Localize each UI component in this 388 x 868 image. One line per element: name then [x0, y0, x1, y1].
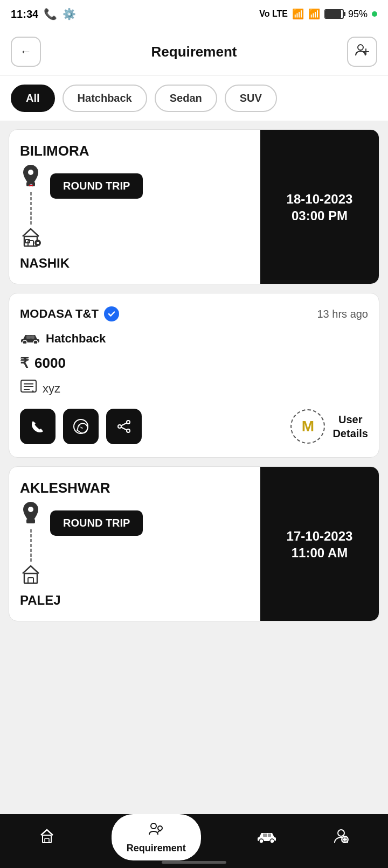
trip-card-2-date-panel: 17-10-2023 11:00 AM [260, 467, 379, 621]
trip-card-2-info: AKLESHWAR [9, 467, 260, 621]
dashed-line-2 [30, 529, 32, 562]
back-arrow-icon: ← [20, 45, 32, 59]
status-time: 11:34 [11, 8, 38, 20]
filter-tab-all[interactable]: All [11, 85, 55, 112]
svg-rect-10 [37, 242, 39, 244]
trip-card-2-labels: ROUND TRIP [50, 501, 143, 543]
nav-item-home[interactable] [39, 828, 55, 848]
svg-line-24 [121, 423, 127, 426]
filter-tab-suv[interactable]: SUV [225, 85, 277, 112]
user-avatar-label: M [302, 418, 314, 435]
filter-tab-sedan[interactable]: Sedan [155, 85, 217, 112]
trip-card-2-from: AKLESHWAR [20, 480, 250, 496]
filter-tab-hatchback[interactable]: Hatchback [63, 85, 147, 112]
svg-point-33 [158, 826, 162, 830]
nav-item-profile[interactable] [333, 828, 349, 848]
svg-rect-38 [268, 834, 271, 837]
phone-icon: 📞 [44, 8, 57, 20]
trip-card-1-from: BILIMORA [20, 143, 250, 159]
rides-nav-icon [257, 829, 276, 846]
svg-point-20 [74, 419, 88, 433]
signal-icon2: 📶 [308, 8, 320, 20]
nav-item-rides[interactable] [257, 829, 276, 846]
add-user-button[interactable] [347, 37, 377, 67]
vo-lte-icon: Vo LTE [259, 9, 288, 19]
back-button[interactable]: ← [11, 37, 41, 67]
pin-icon-2 [21, 501, 40, 527]
svg-point-35 [259, 839, 264, 843]
trip-card-1-time: 03:00 PM [292, 208, 348, 223]
requirement-nav-icon [148, 821, 164, 841]
svg-rect-37 [263, 834, 267, 837]
price-value: 6000 [34, 355, 66, 372]
header: ← Requirement [0, 28, 388, 76]
verified-badge [104, 306, 119, 321]
home-indicator [162, 861, 226, 864]
requirement-nav-label: Requirement [127, 843, 186, 854]
svg-rect-30 [43, 835, 51, 843]
add-user-icon [355, 43, 370, 61]
home-nav-icon [39, 828, 55, 848]
trip-card-2-location-line [20, 501, 41, 589]
svg-point-0 [358, 45, 363, 50]
trip-card-2-date: 17-10-2023 [287, 527, 353, 545]
offer-card: MODASA T&T 13 hrs ago Hatchback [9, 293, 379, 458]
trip-card-1-labels: ROUND TRIP [50, 164, 143, 206]
car-type-label: Hatchback [46, 332, 106, 346]
trip-card-2-badge: ROUND TRIP [50, 510, 143, 536]
page-title: Requirement [151, 44, 237, 60]
offer-header: MODASA T&T 13 hrs ago [20, 306, 368, 321]
battery-percent: 95% [348, 9, 368, 20]
trip-card-1-info: BILIMORA 🚗 [9, 130, 260, 284]
status-right: Vo LTE 📶 📶 95% [259, 8, 377, 20]
trip-card-2-to: PALEJ [20, 593, 250, 608]
settings-icon: ⚙️ [63, 8, 76, 20]
offer-price: ₹ 6000 [20, 355, 368, 372]
svg-rect-15 [31, 335, 34, 339]
offer-note: xyz [20, 379, 368, 398]
house-icon-2 [20, 564, 41, 589]
whatsapp-button[interactable] [63, 409, 99, 444]
svg-point-23 [127, 429, 130, 432]
car-type-icon [20, 330, 40, 347]
user-details-label: UserDetails [332, 412, 368, 440]
bottom-nav: Requirement [0, 814, 388, 868]
trip-card-1-icons: 🚗 [20, 164, 250, 251]
house-icon-1 [20, 227, 41, 251]
dashed-line-1 [30, 192, 32, 225]
rupee-icon: ₹ [20, 355, 29, 372]
call-button[interactable] [20, 409, 56, 444]
svg-text:🚗: 🚗 [29, 182, 33, 187]
svg-point-22 [118, 425, 121, 428]
svg-rect-14 [26, 335, 31, 339]
trip-card-1-date-panel: 18-10-2023 03:00 PM [260, 130, 379, 284]
offer-actions: M UserDetails [20, 409, 368, 444]
status-bar: 11:34 📞 ⚙️ Vo LTE 📶 📶 95% [0, 0, 388, 28]
nav-item-requirement[interactable]: Requirement [112, 814, 201, 860]
svg-point-3 [28, 170, 33, 175]
svg-rect-29 [28, 578, 33, 583]
svg-point-32 [151, 823, 156, 829]
pin-icon-1: 🚗 [21, 164, 40, 190]
trip-card-1: BILIMORA 🚗 [9, 129, 379, 284]
svg-rect-27 [26, 519, 35, 523]
user-avatar: M [290, 409, 325, 444]
svg-point-26 [28, 507, 33, 512]
green-dot [372, 11, 377, 17]
offer-time-ago: 13 hrs ago [317, 308, 368, 320]
main-content: BILIMORA 🚗 [0, 121, 388, 698]
filter-bar: All Hatchback Sedan SUV [0, 76, 388, 121]
action-buttons [20, 409, 142, 444]
trip-card-2-icons: ROUND TRIP [20, 501, 250, 589]
svg-point-12 [23, 340, 27, 344]
offer-car-type: Hatchback [20, 330, 368, 347]
share-button[interactable] [106, 409, 142, 444]
svg-point-36 [270, 839, 274, 843]
trip-card-2: AKLESHWAR [9, 466, 379, 621]
trip-card-1-location-line: 🚗 [20, 164, 41, 251]
svg-point-13 [33, 340, 38, 344]
svg-rect-31 [45, 838, 49, 843]
status-left: 11:34 📞 ⚙️ [11, 8, 76, 20]
user-details-button[interactable]: M UserDetails [290, 409, 368, 444]
note-text: xyz [43, 382, 60, 396]
